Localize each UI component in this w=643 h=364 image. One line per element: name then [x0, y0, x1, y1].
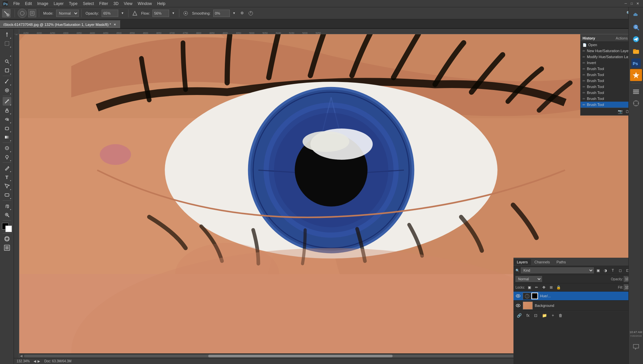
side-search-icon[interactable]: G [630, 21, 642, 33]
document-tab[interactable]: iStock-614737048.jpg @ 132% (Hue/Saturat… [0, 20, 121, 28]
side-folder-icon[interactable] [630, 45, 642, 57]
lock-artboard-btn[interactable]: ⊞ [548, 284, 554, 290]
filter-type-select[interactable]: Kind Name Effect Mode [521, 267, 594, 273]
menu-view[interactable]: View [121, 1, 135, 7]
smoothing-input[interactable] [213, 10, 230, 17]
menu-layer[interactable]: Layer [51, 1, 66, 7]
layer-fx-btn[interactable]: fx [525, 313, 531, 318]
layer-blend-select[interactable]: Normal [515, 276, 542, 282]
layers-tab[interactable]: Layers [513, 259, 531, 265]
background-color[interactable] [5, 226, 12, 232]
tool-eyedropper[interactable] [3, 77, 11, 86]
left-toolbar: T [0, 29, 14, 364]
side-active-icon[interactable] [630, 69, 642, 81]
flow-slider-btn[interactable]: ▾ [170, 10, 176, 16]
lock-transparent-btn[interactable]: ▣ [526, 284, 532, 290]
svg-point-82 [517, 305, 519, 306]
tool-crop[interactable] [3, 66, 11, 75]
side-adjustment-icon[interactable] [630, 97, 642, 109]
tool-eraser[interactable] [3, 124, 11, 133]
menu-type[interactable]: Type [66, 1, 80, 7]
layer-visibility-bg[interactable] [515, 303, 521, 308]
scroll-left-btn[interactable]: ◀ [20, 354, 23, 358]
menu-select[interactable]: Select [80, 1, 96, 7]
tool-shape[interactable] [3, 191, 11, 199]
tool-type[interactable]: T [3, 173, 11, 181]
opacity-slider-btn[interactable]: ▾ [120, 10, 126, 16]
tool-healing[interactable] [3, 86, 11, 95]
layer-group-btn[interactable]: 📁 [541, 313, 548, 318]
brush-tool-icon[interactable] [2, 9, 11, 18]
window-minimize[interactable]: ─ [623, 1, 628, 6]
airbrush-btn[interactable] [182, 10, 189, 17]
history-tab[interactable]: History [583, 36, 611, 40]
channels-tab[interactable]: Channels [531, 259, 553, 265]
blend-mode-select[interactable]: Normal Multiply Screen [56, 10, 79, 17]
layer-row-background[interactable]: Background 🔒 [513, 301, 643, 311]
menu-filter[interactable]: Filter [97, 1, 111, 7]
smoothing-slider-btn[interactable]: ▾ [231, 10, 237, 16]
smoothing-settings-btn[interactable]: ⚙ [238, 10, 246, 17]
menu-help[interactable]: Help [154, 1, 168, 7]
next-page-btn[interactable]: ▶ [38, 359, 40, 363]
tool-quick-mask[interactable] [3, 234, 11, 243]
tool-dodge[interactable] [3, 153, 11, 161]
tool-path-select[interactable] [3, 182, 11, 190]
actions-tab[interactable]: Actions [613, 36, 630, 41]
brush-settings-btn[interactable] [28, 9, 36, 17]
layer-delete-btn[interactable]: 🗑 [557, 313, 564, 318]
tool-gradient[interactable] [3, 133, 11, 141]
tool-sep-5 [3, 200, 11, 201]
svg-text:Ps: Ps [3, 2, 8, 6]
menu-edit[interactable]: Edit [22, 1, 35, 7]
prev-page-btn[interactable]: ◀ [34, 359, 36, 363]
side-ps-icon[interactable]: Ps [630, 57, 642, 69]
layer-hue-sat-name: Hue/... [540, 294, 641, 298]
filter-pixel-btn[interactable]: ▣ [595, 267, 601, 273]
tool-marquee[interactable] [3, 39, 11, 48]
pressure-opacity-btn[interactable] [131, 10, 138, 17]
window-close[interactable]: ✕ [635, 1, 640, 6]
new-snapshot-btn[interactable]: 📷 [618, 109, 623, 114]
layer-link-btn[interactable]: 🔗 [515, 313, 523, 318]
brush-preset-picker[interactable] [18, 9, 27, 18]
layer-new-btn[interactable]: + [550, 313, 555, 318]
filter-type-btn[interactable]: T [610, 267, 616, 273]
tool-quick-select[interactable] [3, 57, 11, 66]
side-telegram-icon[interactable] [630, 33, 642, 45]
tool-screen-mode[interactable] [3, 243, 11, 252]
side-layers-icon[interactable] [630, 85, 642, 97]
tool-blur[interactable] [3, 144, 11, 152]
menu-window[interactable]: Window [135, 1, 155, 7]
menu-file[interactable]: File [11, 1, 22, 7]
angle-btn[interactable] [247, 10, 254, 17]
menu-image[interactable]: Image [35, 1, 51, 7]
lock-all-btn[interactable]: 🔒 [556, 284, 562, 290]
layer-mask-btn[interactable]: ⊡ [533, 313, 539, 318]
tool-history-brush[interactable] [3, 115, 11, 124]
tool-zoom[interactable] [3, 211, 11, 219]
layer-visibility-hue-sat[interactable] [515, 293, 521, 299]
lock-paint-btn[interactable]: ✏ [534, 284, 540, 290]
lock-move-btn[interactable]: ✥ [541, 284, 547, 290]
window-maximize[interactable]: □ [629, 1, 634, 6]
tool-stamp[interactable] [3, 106, 11, 115]
layer-row-hue-sat[interactable]: Hue/... [513, 292, 643, 301]
paths-tab[interactable]: Paths [553, 259, 569, 265]
filter-shape-btn[interactable]: ◻ [617, 267, 623, 273]
tool-lasso[interactable] [3, 48, 11, 57]
tool-pen[interactable] [3, 164, 11, 172]
tool-move[interactable] [3, 30, 11, 39]
h-scroll-thumb[interactable] [208, 355, 393, 357]
tool-brush[interactable] [3, 97, 11, 106]
tab-close-btn[interactable]: ✕ [113, 23, 117, 27]
filter-adjust-btn[interactable]: ◑ [602, 267, 608, 273]
side-cloud-icon[interactable] [630, 9, 642, 21]
menu-3d[interactable]: 3D [111, 1, 121, 7]
opacity-input[interactable]: 65% [102, 10, 118, 17]
color-boxes[interactable] [2, 223, 12, 232]
svg-point-32 [8, 99, 9, 101]
flow-input[interactable] [152, 10, 169, 17]
chat-icon[interactable] [630, 343, 642, 351]
tool-hand[interactable] [3, 202, 11, 210]
